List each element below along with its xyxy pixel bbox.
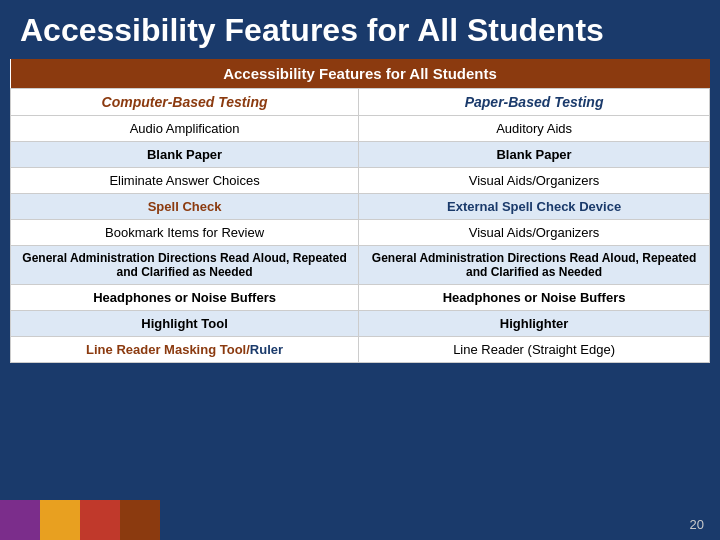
cell-left: Headphones or Noise Buffers bbox=[11, 285, 359, 311]
header-row: Computer-Based Testing Paper-Based Testi… bbox=[11, 89, 710, 116]
page-container: Accessibility Features for All Students … bbox=[0, 0, 720, 540]
cell-left: General Administration Directions Read A… bbox=[11, 246, 359, 285]
cell-right: Highlighter bbox=[359, 311, 710, 337]
cell-left: Audio Amplification bbox=[11, 116, 359, 142]
deco-block-2 bbox=[40, 500, 80, 540]
cell-left: Eliminate Answer Choices bbox=[11, 168, 359, 194]
header-left: Computer-Based Testing bbox=[11, 89, 359, 116]
table-row: Line Reader Masking Tool/Ruler Line Read… bbox=[11, 337, 710, 363]
cell-right: Blank Paper bbox=[359, 142, 710, 168]
table-row: Spell Check External Spell Check Device bbox=[11, 194, 710, 220]
table-row: Highlight Tool Highlighter bbox=[11, 311, 710, 337]
page-number: 20 bbox=[690, 517, 704, 532]
cell-right: General Administration Directions Read A… bbox=[359, 246, 710, 285]
table-row: Eliminate Answer Choices Visual Aids/Org… bbox=[11, 168, 710, 194]
table-row: Blank Paper Blank Paper bbox=[11, 142, 710, 168]
cell-right: Line Reader (Straight Edge) bbox=[359, 337, 710, 363]
table-wrapper: Accessibility Features for All Students … bbox=[10, 59, 710, 363]
cell-left: Bookmark Items for Review bbox=[11, 220, 359, 246]
cell-right: Visual Aids/Organizers bbox=[359, 168, 710, 194]
cell-right: External Spell Check Device bbox=[359, 194, 710, 220]
main-table: Accessibility Features for All Students … bbox=[10, 59, 710, 363]
table-row: Audio Amplification Auditory Aids bbox=[11, 116, 710, 142]
cell-left: Highlight Tool bbox=[11, 311, 359, 337]
page-title: Accessibility Features for All Students bbox=[0, 0, 720, 59]
subtitle-row: Accessibility Features for All Students bbox=[11, 59, 710, 89]
table-row: Headphones or Noise Buffers Headphones o… bbox=[11, 285, 710, 311]
cell-right: Headphones or Noise Buffers bbox=[359, 285, 710, 311]
cell-right: Visual Aids/Organizers bbox=[359, 220, 710, 246]
table-row: General Administration Directions Read A… bbox=[11, 246, 710, 285]
header-right: Paper-Based Testing bbox=[359, 89, 710, 116]
cell-right: Auditory Aids bbox=[359, 116, 710, 142]
deco-block-4 bbox=[120, 500, 160, 540]
bottom-decoration bbox=[0, 500, 160, 540]
cell-left: Line Reader Masking Tool/Ruler bbox=[11, 337, 359, 363]
subtitle-cell: Accessibility Features for All Students bbox=[11, 59, 710, 89]
table-row: Bookmark Items for Review Visual Aids/Or… bbox=[11, 220, 710, 246]
cell-left: Blank Paper bbox=[11, 142, 359, 168]
cell-left: Spell Check bbox=[11, 194, 359, 220]
deco-block-3 bbox=[80, 500, 120, 540]
deco-block-1 bbox=[0, 500, 40, 540]
